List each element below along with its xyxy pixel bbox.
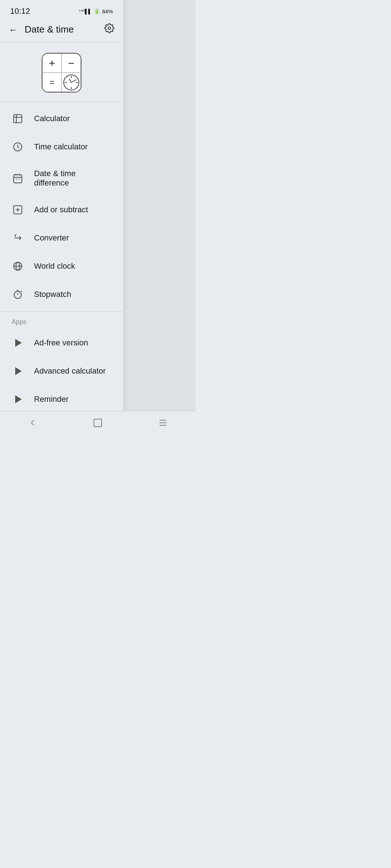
apps-item-reminder[interactable]: Reminder — [0, 385, 123, 413]
apps-section: Apps Ad-free version Advanced calculator… — [0, 312, 123, 413]
header-left: ← Date & time — [9, 24, 74, 35]
menu-item-time-calculator[interactable]: Time calculator — [0, 133, 123, 161]
svg-rect-23 — [94, 419, 102, 426]
app-icon-section: + − = — [0, 43, 123, 101]
play-arrow-1 — [15, 339, 22, 347]
main-panel: 10:12 ⁺⁴ᴳ▌▌ 🔋 84% ← Date & time + − = — [0, 0, 123, 434]
svg-line-22 — [21, 291, 22, 292]
clock-tick-left — [65, 82, 67, 83]
apps-item-ad-free[interactable]: Ad-free version — [0, 329, 123, 357]
icon-clock — [62, 73, 81, 92]
icon-minus: − — [62, 54, 81, 73]
date-time-diff-label: Date & time difference — [34, 169, 112, 188]
signal-icon: ⁺⁴ᴳ▌▌ — [79, 9, 92, 14]
battery-icon: 🔋 — [94, 8, 100, 14]
reminder-label: Reminder — [34, 395, 68, 404]
clock-tick-top — [71, 76, 72, 78]
advanced-calc-play-icon — [12, 365, 24, 377]
nav-back-button[interactable] — [24, 414, 41, 431]
status-icons: ⁺⁴ᴳ▌▌ 🔋 84% — [79, 8, 113, 14]
svg-rect-5 — [14, 175, 22, 183]
converter-label: Converter — [34, 233, 69, 243]
advanced-calc-label: Advanced calculator — [34, 366, 106, 376]
time-calculator-label: Time calculator — [34, 142, 88, 152]
add-subtract-icon — [12, 204, 24, 216]
menu-item-stopwatch[interactable]: Stopwatch — [0, 280, 123, 309]
menu-item-date-time-diff[interactable]: Date & time difference — [0, 161, 123, 196]
nav-bar — [0, 411, 196, 434]
calculator-icon — [12, 112, 24, 125]
ad-free-play-icon — [12, 337, 24, 349]
stopwatch-icon — [12, 288, 24, 301]
right-panel-bg — [123, 0, 196, 434]
status-time: 10:12 — [10, 7, 30, 16]
svg-point-0 — [108, 27, 111, 30]
converter-icon — [12, 232, 24, 244]
reminder-play-icon — [12, 393, 24, 405]
icon-equals: = — [42, 73, 62, 92]
menu-item-world-clock[interactable]: World clock — [0, 252, 123, 280]
svg-rect-1 — [14, 115, 22, 123]
apps-section-label: Apps — [0, 312, 123, 329]
settings-button[interactable] — [104, 23, 114, 36]
menu-section: Calculator Time calculator Date & time d… — [0, 102, 123, 311]
play-arrow-2 — [15, 367, 22, 375]
app-header: ← Date & time — [0, 20, 123, 42]
clock-tick-right — [76, 82, 78, 83]
ad-free-label: Ad-free version — [34, 338, 88, 348]
time-calculator-icon — [12, 141, 24, 153]
menu-item-add-subtract[interactable]: Add or subtract — [0, 196, 123, 224]
nav-recents-button[interactable] — [154, 414, 172, 431]
add-subtract-label: Add or subtract — [34, 205, 88, 214]
stopwatch-label: Stopwatch — [34, 290, 71, 299]
world-clock-label: World clock — [34, 261, 75, 271]
back-button[interactable]: ← — [9, 25, 18, 34]
clock-face — [63, 75, 79, 90]
date-time-diff-icon — [12, 172, 24, 184]
calculator-label: Calculator — [34, 114, 70, 123]
battery-percent: 84% — [102, 8, 113, 14]
app-icon: + − = — [42, 53, 81, 93]
menu-item-calculator[interactable]: Calculator — [0, 105, 123, 133]
apps-item-advanced-calc[interactable]: Advanced calculator — [0, 357, 123, 385]
nav-home-button[interactable] — [89, 414, 106, 431]
icon-plus: + — [42, 54, 62, 73]
play-arrow-3 — [15, 395, 22, 403]
status-bar: 10:12 ⁺⁴ᴳ▌▌ 🔋 84% — [0, 0, 123, 20]
clock-tick-bottom — [71, 87, 72, 89]
world-clock-icon — [12, 260, 24, 272]
page-title: Date & time — [25, 24, 74, 35]
menu-item-converter[interactable]: Converter — [0, 224, 123, 252]
